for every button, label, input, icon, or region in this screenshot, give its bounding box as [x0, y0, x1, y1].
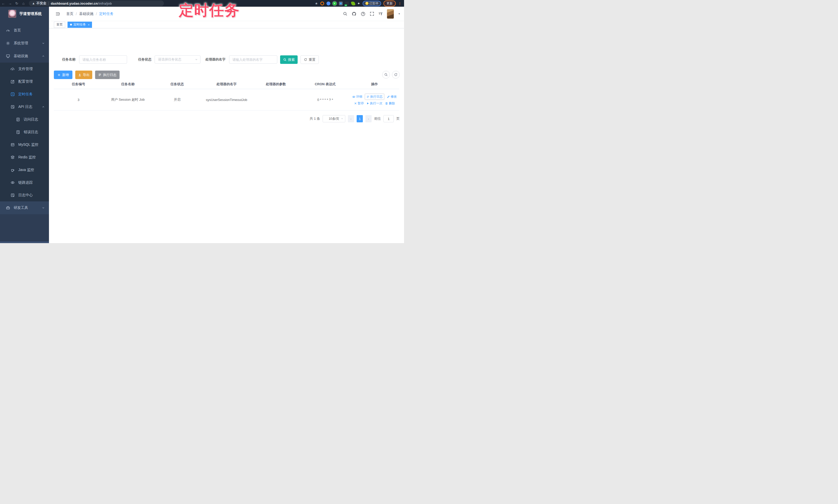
database-icon — [11, 143, 15, 147]
sidebar-item-label: 访问日志 — [24, 117, 38, 122]
browser-menu-dots-icon[interactable]: ⋮ — [398, 2, 401, 5]
emoji-avatar-icon — [365, 2, 368, 5]
extension-icon-green-check[interactable]: V — [333, 2, 336, 5]
user-avatar[interactable] — [387, 9, 394, 19]
toolbox-icon — [6, 206, 10, 210]
profile-paused-pill[interactable]: 已暂停 — [363, 1, 381, 6]
sidebar-item-label: 首页 — [14, 28, 21, 33]
cloud-upload-icon — [11, 67, 15, 71]
sidebar-devtools-block: 研发工具 — [0, 201, 49, 214]
page-1-button[interactable]: 1 — [356, 115, 363, 122]
github-icon[interactable] — [352, 12, 356, 16]
sidebar-item-dev-tools[interactable]: 研发工具 — [0, 201, 49, 214]
page-content: 任务名称 任务状态 请选择任务状态 处理器的名字 搜索 重置 — [49, 28, 404, 243]
total-count: 共 1 条 — [310, 116, 320, 121]
log-pencil-icon — [11, 193, 15, 197]
browser-back-icon[interactable]: ← — [0, 1, 7, 5]
job-name-input[interactable] — [79, 55, 127, 64]
col-actions: 操作 — [350, 79, 399, 89]
sidebar-item-log-center[interactable]: 日志中心 — [0, 189, 49, 201]
extension-icon-pin[interactable]: ✦ — [357, 2, 360, 5]
exec-log-button[interactable]: 执行日志 — [95, 71, 120, 79]
col-handler-param: 处理器的参数 — [251, 79, 300, 89]
extension-icon-blue[interactable] — [327, 2, 330, 5]
browser-address-bar[interactable]: ▲ 不安全 dashboard.yudao.iocoder.cn /infra/… — [29, 1, 164, 6]
browser-forward-icon[interactable]: → — [7, 1, 13, 5]
coffee-icon — [11, 168, 15, 172]
chevron-down-icon — [42, 206, 45, 210]
sidebar-item-file-management[interactable]: 文件管理 — [0, 62, 49, 75]
refresh-icon-button[interactable] — [392, 71, 400, 78]
sidebar-submenu-infrastructure: 文件管理 配置管理 定时任务 — [0, 62, 49, 201]
sidebar-item-access-log[interactable]: 访问日志 — [0, 113, 49, 126]
sidebar-logo-row[interactable]: 芋道管理系统 — [0, 7, 49, 20]
extension-icon-puzzle[interactable] — [339, 2, 343, 5]
header-search-icon[interactable] — [343, 12, 347, 16]
handler-name-input[interactable] — [229, 55, 277, 64]
prev-page-button[interactable]: ‹ — [348, 115, 354, 122]
hamburger-icon[interactable] — [55, 12, 60, 16]
detail-link[interactable]: 详细 — [352, 94, 362, 99]
breadcrumb: 首页 / 基础设施 / 定时任务 — [66, 12, 114, 16]
next-page-button[interactable]: › — [365, 115, 371, 122]
delete-link[interactable]: 删除 — [385, 101, 395, 106]
extension-icon-on-badge[interactable]: on — [345, 2, 349, 5]
sidebar-item-error-log[interactable]: 错误日志 — [0, 126, 49, 138]
sidebar-item-infrastructure[interactable]: 基础设施 — [0, 50, 49, 62]
sidebar-item-label: 基础设施 — [14, 54, 28, 58]
row-exec-log-link[interactable]: 执行日志 — [365, 94, 384, 100]
edit-link[interactable]: 修改 — [387, 94, 397, 99]
browser-chrome-bar: ← → ↻ ⌂ ▲ 不安全 dashboard.yudao.iocoder.cn… — [0, 0, 404, 7]
goto-page-input[interactable] — [383, 115, 394, 122]
search-button[interactable]: 搜索 — [280, 55, 298, 64]
fullscreen-icon[interactable] — [370, 12, 374, 16]
sidebar-item-scheduled-jobs[interactable]: 定时任务 — [0, 88, 49, 101]
search-button-label: 搜索 — [288, 57, 295, 62]
sidebar-bottom-strip — [0, 241, 49, 243]
pause-link[interactable]: 暂停 — [354, 101, 364, 106]
toggle-search-icon-button[interactable] — [382, 71, 390, 78]
sidebar-item-home[interactable]: 首页 — [0, 24, 49, 37]
extension-icon-orange-ring[interactable] — [320, 2, 324, 5]
layers-icon — [11, 155, 15, 159]
job-name-label: 任务名称 — [62, 55, 75, 64]
sidebar-item-trace[interactable]: 链路追踪 — [0, 176, 49, 189]
job-status-select[interactable]: 请选择任务状态 — [155, 55, 200, 64]
col-job-id: 任务编号 — [54, 79, 103, 89]
browser-reload-icon[interactable]: ↻ — [13, 1, 20, 5]
security-label: 不安全 — [36, 1, 46, 6]
font-size-icon[interactable]: TT — [379, 12, 382, 16]
col-handler-name: 处理器的名字 — [202, 79, 251, 89]
page-size-select[interactable]: 10条/页 — [322, 115, 345, 122]
help-icon[interactable] — [361, 12, 365, 16]
tag-close-icon[interactable]: × — [88, 23, 89, 26]
bookmark-star-icon[interactable]: ★ — [315, 2, 318, 5]
navbar-right-tools: TT ▾ — [343, 9, 400, 19]
chevron-up-icon — [42, 55, 45, 58]
browser-home-icon[interactable]: ⌂ — [20, 1, 27, 5]
app-logo-avatar — [8, 10, 16, 18]
breadcrumb-home[interactable]: 首页 — [66, 12, 73, 16]
export-button[interactable]: 导出 — [75, 71, 92, 79]
url-host: dashboard.yudao.iocoder.cn — [51, 2, 98, 5]
sidebar-item-config-management[interactable]: 配置管理 — [0, 75, 49, 88]
sidebar-item-java-monitor[interactable]: Java 监控 — [0, 164, 49, 176]
reset-button[interactable]: 重置 — [300, 55, 319, 64]
pagination: 共 1 条 10条/页 ‹ 1 › 前往 页 — [310, 115, 400, 122]
extension-icon-sprout[interactable] — [351, 1, 355, 5]
sidebar-item-system[interactable]: 系统管理 — [0, 37, 49, 50]
sidebar-item-label: 错误日志 — [24, 130, 38, 134]
tag-scheduled-jobs[interactable]: 定时任务 × — [68, 22, 92, 28]
cell-handler-param — [251, 89, 300, 110]
add-button[interactable]: 新增 — [54, 71, 72, 79]
sidebar-item-redis-monitor[interactable]: Redis 监控 — [0, 151, 49, 164]
breadcrumb-infrastructure[interactable]: 基础设施 — [79, 12, 93, 16]
sidebar-item-mysql-monitor[interactable]: MySQL 监控 — [0, 138, 49, 151]
sidebar-item-label: Java 监控 — [18, 168, 34, 172]
browser-update-button[interactable]: 更新 — [383, 1, 396, 6]
run-once-link[interactable]: 执行一次 — [366, 101, 382, 106]
sidebar-item-api-log[interactable]: API 日志 — [0, 101, 49, 113]
avatar-caret-icon[interactable]: ▾ — [398, 12, 400, 15]
tag-home[interactable]: 首页 — [54, 22, 65, 28]
exec-log-button-label: 执行日志 — [103, 73, 117, 77]
